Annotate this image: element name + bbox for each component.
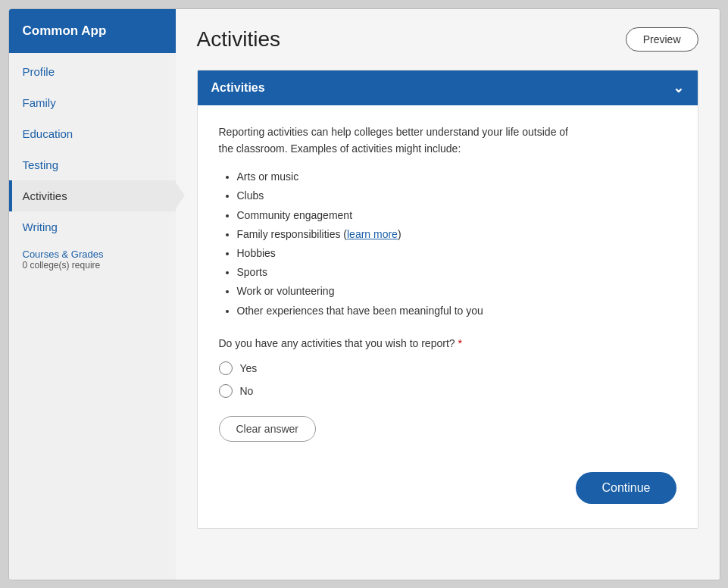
courses-label: Courses & Grades [23, 249, 104, 260]
sidebar-item-family[interactable]: Family [9, 87, 176, 118]
clear-answer-button[interactable]: Clear answer [219, 416, 316, 442]
list-item: Other experiences that have been meaning… [237, 302, 676, 321]
radio-yes-label: Yes [240, 362, 258, 374]
sidebar-item-label-education: Education [23, 127, 73, 140]
radio-yes[interactable] [219, 361, 233, 375]
sidebar-item-activities[interactable]: Activities [9, 180, 176, 211]
activities-card: Activities ⌄ Reporting activities can he… [197, 70, 698, 529]
radio-no[interactable] [219, 384, 233, 398]
list-item: Work or volunteering [237, 282, 676, 301]
sidebar-item-writing[interactable]: Writing [9, 211, 176, 242]
sidebar-item-courses[interactable]: Courses & Grades 0 college(s) require [9, 242, 176, 277]
sidebar-nav: Profile Family Education Testing Activit… [9, 53, 176, 580]
question-row: Do you have any activities that you wish… [219, 337, 676, 349]
sidebar-title: Common App [23, 23, 107, 39]
sidebar-header: Common App [9, 9, 176, 53]
list-item: Family responsibilities (learn more) [237, 225, 676, 244]
question-text: Do you have any activities that you wish… [219, 337, 455, 349]
footer-row: Continue [219, 466, 676, 504]
list-item: Sports [237, 263, 676, 282]
continue-button[interactable]: Continue [576, 472, 676, 504]
courses-sub-label: 0 college(s) require [23, 260, 162, 271]
list-item: Community engagement [237, 206, 676, 225]
activities-list: Arts or music Clubs Community engagement… [219, 167, 676, 321]
sidebar: Common App Profile Family Education Test… [9, 9, 176, 580]
radio-no-label: No [240, 385, 254, 397]
sidebar-item-label-writing: Writing [23, 220, 58, 233]
sidebar-item-label-family: Family [23, 96, 56, 109]
card-body: Reporting activities can help colleges b… [198, 105, 698, 528]
main-content: Activities Preview Activities ⌄ Reportin… [176, 9, 720, 580]
sidebar-item-label-profile: Profile [23, 65, 55, 78]
radio-option-no[interactable]: No [219, 384, 676, 398]
app-container: Common App Profile Family Education Test… [8, 8, 720, 580]
radio-option-yes[interactable]: Yes [219, 361, 676, 375]
sidebar-item-label-activities: Activities [23, 189, 67, 202]
card-header-title: Activities [211, 81, 265, 95]
card-header: Activities ⌄ [198, 70, 698, 105]
list-item: Arts or music [237, 167, 676, 186]
learn-more-link[interactable]: learn more [347, 228, 398, 240]
sidebar-item-profile[interactable]: Profile [9, 56, 176, 87]
list-item: Hobbies [237, 244, 676, 263]
chevron-down-icon[interactable]: ⌄ [673, 80, 684, 96]
sidebar-item-education[interactable]: Education [9, 118, 176, 149]
radio-group: Yes No [219, 361, 676, 398]
list-item: Clubs [237, 186, 676, 205]
required-star: * [458, 337, 462, 349]
main-header: Activities Preview [197, 27, 698, 52]
preview-button[interactable]: Preview [626, 27, 698, 52]
page-title: Activities [197, 27, 280, 52]
description-text: Reporting activities can help colleges b… [219, 124, 676, 158]
sidebar-item-label-testing: Testing [23, 158, 59, 171]
sidebar-item-testing[interactable]: Testing [9, 149, 176, 180]
